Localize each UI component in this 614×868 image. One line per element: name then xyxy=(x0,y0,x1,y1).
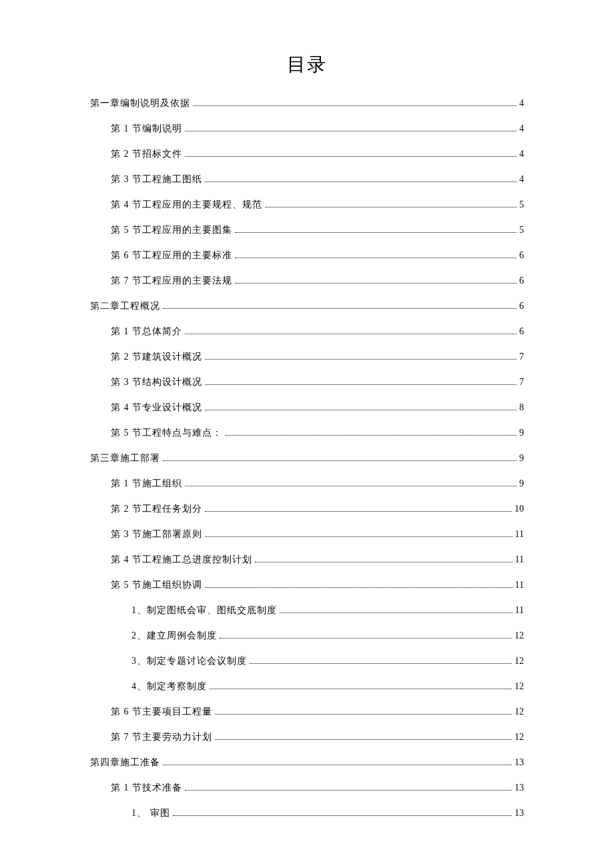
toc-entry-label: 第一章编制说明及依据 xyxy=(90,96,190,110)
toc-entry-label: 4、制定考察制度 xyxy=(131,679,207,693)
toc-entry-page: 9 xyxy=(519,451,524,465)
toc-entry-label: 第 3 节施工部署原则 xyxy=(111,527,202,541)
toc-entry: 第 3 节结构设计概况7 xyxy=(90,375,524,389)
toc-leader-dots xyxy=(185,486,517,486)
toc-entry-page: 13 xyxy=(515,755,524,769)
toc-leader-dots xyxy=(255,562,513,562)
toc-entry-label: 第 4 节工程应用的主要规程、规范 xyxy=(111,197,262,211)
toc-entry-page: 11 xyxy=(515,603,524,617)
toc-entry-label: 第 1 节总体简介 xyxy=(111,324,182,338)
toc-entry: 1、制定图纸会审、图纸交底制度11 xyxy=(90,603,524,617)
toc-leader-dots xyxy=(235,258,517,258)
toc-entry: 3、制定专题讨论会议制度12 xyxy=(90,654,524,668)
toc-entry-page: 11 xyxy=(515,527,524,541)
toc-entry-page: 6 xyxy=(519,324,524,338)
toc-entry-page: 7 xyxy=(519,375,524,389)
toc-entry: 第 3 节工程施工图纸4 xyxy=(90,172,524,186)
toc-leader-dots xyxy=(215,714,512,715)
toc-entry-page: 8 xyxy=(519,400,524,414)
toc-entry: 第四章施工准备13 xyxy=(90,755,524,769)
document-title: 目录 xyxy=(90,52,524,77)
toc-entry-label: 第 6 节工程应用的主要标准 xyxy=(111,248,232,262)
toc-entry-label: 1、 审图 xyxy=(131,806,170,820)
toc-entry-page: 9 xyxy=(519,426,524,440)
toc-entry-page: 6 xyxy=(519,299,524,313)
toc-entry-label: 2、建立周例会制度 xyxy=(131,628,217,642)
toc-entry: 第 3 节施工部署原则11 xyxy=(90,527,524,541)
toc-entry-label: 第四章施工准备 xyxy=(90,755,160,769)
toc-leader-dots xyxy=(205,359,517,360)
toc-entry: 第 2 节工程任务划分10 xyxy=(90,502,524,516)
toc-entry-page: 13 xyxy=(515,781,524,795)
toc-entry-page: 5 xyxy=(519,223,524,237)
toc-leader-dots xyxy=(235,283,517,284)
toc-entry: 第 5 节工程应用的主要图集5 xyxy=(90,223,524,237)
toc-entry-page: 9 xyxy=(519,476,524,490)
toc-entry-label: 第 1 节技术准备 xyxy=(111,781,182,795)
toc-entry-label: 第 3 节工程施工图纸 xyxy=(111,172,202,186)
toc-entry-page: 4 xyxy=(519,147,524,161)
toc-entry-page: 12 xyxy=(515,628,524,642)
toc-leader-dots xyxy=(205,587,513,588)
toc-entry-label: 第 7 节主要劳动力计划 xyxy=(111,730,212,744)
toc-entry-label: 第 4 节专业设计概况 xyxy=(111,400,202,414)
toc-entry: 第三章施工部署9 xyxy=(90,451,524,465)
toc-entry: 第一章编制说明及依据4 xyxy=(90,96,524,110)
toc-entry-page: 6 xyxy=(519,248,524,262)
toc-entry: 第 7 节主要劳动力计划12 xyxy=(90,730,524,744)
toc-leader-dots xyxy=(173,815,513,816)
toc-entry: 第 1 节技术准备13 xyxy=(90,781,524,795)
toc-entry: 第 1 节施工组织9 xyxy=(90,476,524,490)
toc-leader-dots xyxy=(205,384,517,385)
table-of-contents: 第一章编制说明及依据4第 1 节编制说明4第 2 节招标文件4第 3 节工程施工… xyxy=(90,96,524,820)
toc-leader-dots xyxy=(250,663,512,664)
toc-entry: 2、建立周例会制度12 xyxy=(90,628,524,642)
toc-entry: 第 5 节施工组织协调11 xyxy=(90,578,524,592)
toc-leader-dots xyxy=(265,207,517,207)
toc-entry-label: 第 7 节工程应用的主要法规 xyxy=(111,274,232,288)
toc-leader-dots xyxy=(185,334,517,334)
toc-entry-page: 12 xyxy=(515,679,524,693)
toc-entry-page: 4 xyxy=(519,121,524,135)
toc-entry-label: 第 2 节建筑设计概况 xyxy=(111,350,202,364)
toc-leader-dots xyxy=(185,156,517,157)
toc-entry: 第 2 节招标文件4 xyxy=(90,147,524,161)
toc-leader-dots xyxy=(215,739,512,740)
toc-entry-label: 1、制定图纸会审、图纸交底制度 xyxy=(131,603,277,617)
toc-entry-page: 11 xyxy=(515,578,524,592)
toc-leader-dots xyxy=(235,232,517,233)
toc-entry-page: 7 xyxy=(519,350,524,364)
toc-entry-label: 第 3 节结构设计概况 xyxy=(111,375,202,389)
toc-entry: 第 6 节工程应用的主要标准6 xyxy=(90,248,524,262)
toc-entry: 1、 审图13 xyxy=(90,806,524,820)
toc-leader-dots xyxy=(205,181,517,182)
toc-leader-dots xyxy=(163,765,512,765)
toc-leader-dots xyxy=(163,308,517,309)
toc-leader-dots xyxy=(193,105,517,106)
toc-entry-label: 3、制定专题讨论会议制度 xyxy=(131,654,247,668)
toc-entry-label: 第三章施工部署 xyxy=(90,451,160,465)
toc-entry: 第二章工程概况6 xyxy=(90,299,524,313)
toc-entry-page: 6 xyxy=(519,274,524,288)
toc-leader-dots xyxy=(225,435,517,436)
toc-entry-page: 13 xyxy=(515,806,524,820)
toc-entry-page: 10 xyxy=(515,502,524,516)
toc-entry: 第 2 节建筑设计概况7 xyxy=(90,350,524,364)
toc-entry-label: 第 5 节工程应用的主要图集 xyxy=(111,223,232,237)
toc-entry: 第 1 节编制说明4 xyxy=(90,121,524,135)
toc-entry-label: 第 5 节施工组织协调 xyxy=(111,578,202,592)
toc-leader-dots xyxy=(205,536,513,537)
toc-entry-page: 12 xyxy=(515,705,524,719)
toc-entry-label: 第 1 节编制说明 xyxy=(111,121,182,135)
toc-leader-dots xyxy=(210,689,512,689)
toc-leader-dots xyxy=(220,638,512,638)
toc-entry: 第 6 节主要项目工程量12 xyxy=(90,705,524,719)
toc-entry-page: 4 xyxy=(519,172,524,186)
toc-entry-label: 第 2 节工程任务划分 xyxy=(111,502,202,516)
toc-entry-page: 11 xyxy=(515,552,524,566)
toc-entry-label: 第 1 节施工组织 xyxy=(111,476,182,490)
toc-entry: 4、制定考察制度12 xyxy=(90,679,524,693)
toc-entry-page: 12 xyxy=(515,654,524,668)
toc-entry-label: 第二章工程概况 xyxy=(90,299,160,313)
toc-entry: 第 5 节工程特点与难点：9 xyxy=(90,426,524,440)
